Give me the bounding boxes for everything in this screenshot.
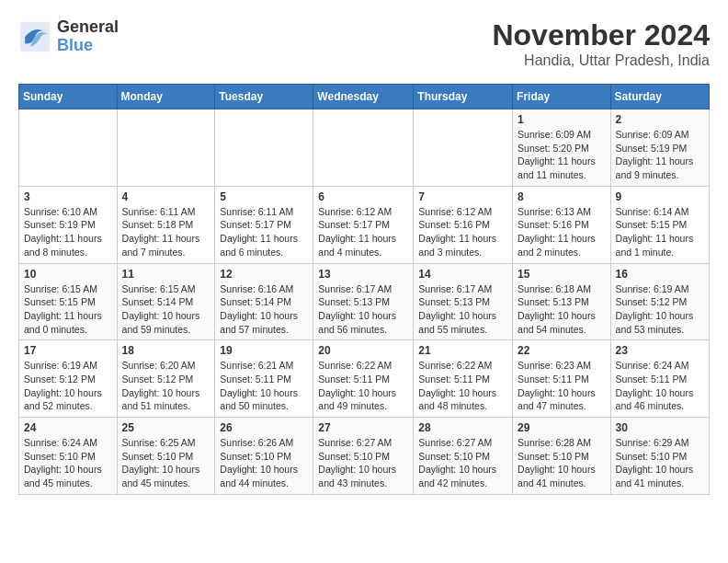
calendar-cell: 23Sunrise: 6:24 AM Sunset: 5:11 PM Dayli…	[610, 340, 709, 418]
calendar-cell: 8Sunrise: 6:13 AM Sunset: 5:16 PM Daylig…	[513, 186, 611, 263]
day-info: Sunrise: 6:29 AM Sunset: 5:10 PM Dayligh…	[616, 436, 704, 490]
day-info: Sunrise: 6:23 AM Sunset: 5:11 PM Dayligh…	[518, 359, 606, 413]
calendar-cell: 20Sunrise: 6:22 AM Sunset: 5:11 PM Dayli…	[313, 340, 414, 418]
calendar-cell: 21Sunrise: 6:22 AM Sunset: 5:11 PM Dayli…	[414, 340, 513, 418]
day-info: Sunrise: 6:12 AM Sunset: 5:17 PM Dayligh…	[318, 205, 408, 259]
day-number: 12	[220, 268, 308, 281]
calendar-table: SundayMondayTuesdayWednesdayThursdayFrid…	[18, 84, 710, 495]
day-info: Sunrise: 6:27 AM Sunset: 5:10 PM Dayligh…	[418, 436, 507, 490]
calendar-cell: 10Sunrise: 6:15 AM Sunset: 5:15 PM Dayli…	[19, 263, 118, 340]
day-of-week-header: Friday	[513, 85, 611, 109]
day-info: Sunrise: 6:15 AM Sunset: 5:14 PM Dayligh…	[122, 282, 210, 337]
day-number: 6	[318, 190, 408, 203]
calendar-cell: 27Sunrise: 6:27 AM Sunset: 5:10 PM Dayli…	[313, 418, 414, 495]
day-number: 24	[24, 421, 112, 434]
day-number: 16	[616, 268, 704, 281]
day-number: 18	[122, 344, 210, 357]
day-number: 15	[518, 268, 606, 281]
calendar-header-row: SundayMondayTuesdayWednesdayThursdayFrid…	[19, 85, 710, 109]
day-number: 11	[122, 268, 210, 281]
calendar-subtitle: Handia, Uttar Pradesh, India	[492, 52, 710, 69]
day-info: Sunrise: 6:17 AM Sunset: 5:13 PM Dayligh…	[418, 282, 507, 337]
calendar-cell: 30Sunrise: 6:29 AM Sunset: 5:10 PM Dayli…	[610, 418, 709, 495]
day-number: 2	[616, 113, 704, 126]
calendar-cell	[414, 109, 513, 187]
day-info: Sunrise: 6:15 AM Sunset: 5:15 PM Dayligh…	[24, 282, 112, 337]
day-info: Sunrise: 6:25 AM Sunset: 5:10 PM Dayligh…	[122, 436, 210, 490]
day-number: 17	[24, 344, 112, 357]
day-number: 19	[220, 344, 308, 357]
logo: General Blue	[18, 18, 119, 55]
day-of-week-header: Tuesday	[215, 85, 313, 109]
day-info: Sunrise: 6:13 AM Sunset: 5:16 PM Dayligh…	[518, 205, 606, 259]
day-info: Sunrise: 6:10 AM Sunset: 5:19 PM Dayligh…	[24, 205, 112, 259]
calendar-week-row: 3Sunrise: 6:10 AM Sunset: 5:19 PM Daylig…	[19, 186, 710, 263]
day-info: Sunrise: 6:22 AM Sunset: 5:11 PM Dayligh…	[418, 359, 507, 413]
day-info: Sunrise: 6:14 AM Sunset: 5:15 PM Dayligh…	[616, 205, 704, 259]
day-number: 29	[518, 421, 606, 434]
day-number: 28	[418, 421, 507, 434]
calendar-cell: 16Sunrise: 6:19 AM Sunset: 5:12 PM Dayli…	[610, 263, 709, 340]
day-number: 8	[518, 190, 606, 203]
day-info: Sunrise: 6:21 AM Sunset: 5:11 PM Dayligh…	[220, 359, 308, 413]
day-info: Sunrise: 6:26 AM Sunset: 5:10 PM Dayligh…	[220, 436, 308, 490]
day-number: 10	[24, 268, 112, 281]
day-number: 27	[318, 421, 408, 434]
day-info: Sunrise: 6:18 AM Sunset: 5:13 PM Dayligh…	[518, 282, 606, 337]
calendar-cell: 3Sunrise: 6:10 AM Sunset: 5:19 PM Daylig…	[19, 186, 118, 263]
day-info: Sunrise: 6:17 AM Sunset: 5:13 PM Dayligh…	[318, 282, 408, 337]
calendar-cell: 15Sunrise: 6:18 AM Sunset: 5:13 PM Dayli…	[513, 263, 611, 340]
calendar-cell: 24Sunrise: 6:24 AM Sunset: 5:10 PM Dayli…	[19, 418, 118, 495]
calendar-cell: 7Sunrise: 6:12 AM Sunset: 5:16 PM Daylig…	[414, 186, 513, 263]
calendar-cell: 14Sunrise: 6:17 AM Sunset: 5:13 PM Dayli…	[414, 263, 513, 340]
day-number: 9	[616, 190, 704, 203]
day-number: 26	[220, 421, 308, 434]
logo-line2: Blue	[57, 37, 119, 55]
calendar-cell: 29Sunrise: 6:28 AM Sunset: 5:10 PM Dayli…	[513, 418, 611, 495]
day-number: 14	[418, 268, 507, 281]
calendar-cell: 22Sunrise: 6:23 AM Sunset: 5:11 PM Dayli…	[513, 340, 611, 418]
calendar-cell: 9Sunrise: 6:14 AM Sunset: 5:15 PM Daylig…	[610, 186, 709, 263]
day-number: 3	[24, 190, 112, 203]
calendar-cell: 18Sunrise: 6:20 AM Sunset: 5:12 PM Dayli…	[117, 340, 215, 418]
calendar-cell: 1Sunrise: 6:09 AM Sunset: 5:20 PM Daylig…	[513, 109, 611, 187]
day-number: 25	[122, 421, 210, 434]
day-number: 22	[518, 344, 606, 357]
day-info: Sunrise: 6:19 AM Sunset: 5:12 PM Dayligh…	[24, 359, 112, 413]
calendar-week-row: 10Sunrise: 6:15 AM Sunset: 5:15 PM Dayli…	[19, 263, 710, 340]
day-number: 20	[318, 344, 408, 357]
day-of-week-header: Thursday	[414, 85, 513, 109]
calendar-cell: 19Sunrise: 6:21 AM Sunset: 5:11 PM Dayli…	[215, 340, 313, 418]
day-info: Sunrise: 6:16 AM Sunset: 5:14 PM Dayligh…	[220, 282, 308, 337]
day-info: Sunrise: 6:09 AM Sunset: 5:19 PM Dayligh…	[616, 128, 704, 182]
logo-line1: General	[57, 18, 119, 37]
day-info: Sunrise: 6:19 AM Sunset: 5:12 PM Dayligh…	[616, 282, 704, 337]
day-info: Sunrise: 6:11 AM Sunset: 5:17 PM Dayligh…	[220, 205, 308, 259]
calendar-cell: 5Sunrise: 6:11 AM Sunset: 5:17 PM Daylig…	[215, 186, 313, 263]
calendar-cell	[313, 109, 414, 187]
day-of-week-header: Sunday	[19, 85, 118, 109]
title-block: November 2024 Handia, Uttar Pradesh, Ind…	[492, 18, 710, 69]
calendar-cell: 6Sunrise: 6:12 AM Sunset: 5:17 PM Daylig…	[313, 186, 414, 263]
day-of-week-header: Saturday	[610, 85, 709, 109]
calendar-cell: 2Sunrise: 6:09 AM Sunset: 5:19 PM Daylig…	[610, 109, 709, 187]
day-of-week-header: Wednesday	[313, 85, 414, 109]
calendar-cell	[215, 109, 313, 187]
day-info: Sunrise: 6:28 AM Sunset: 5:10 PM Dayligh…	[518, 436, 606, 490]
calendar-title: November 2024	[492, 18, 710, 52]
calendar-cell: 4Sunrise: 6:11 AM Sunset: 5:18 PM Daylig…	[117, 186, 215, 263]
day-number: 1	[518, 113, 606, 126]
calendar-cell: 17Sunrise: 6:19 AM Sunset: 5:12 PM Dayli…	[19, 340, 118, 418]
day-info: Sunrise: 6:11 AM Sunset: 5:18 PM Dayligh…	[122, 205, 210, 259]
day-info: Sunrise: 6:24 AM Sunset: 5:11 PM Dayligh…	[616, 359, 704, 413]
day-info: Sunrise: 6:27 AM Sunset: 5:10 PM Dayligh…	[318, 436, 408, 490]
calendar-cell: 13Sunrise: 6:17 AM Sunset: 5:13 PM Dayli…	[313, 263, 414, 340]
page-header: General Blue November 2024 Handia, Uttar…	[18, 18, 710, 69]
calendar-cell: 26Sunrise: 6:26 AM Sunset: 5:10 PM Dayli…	[215, 418, 313, 495]
day-number: 21	[418, 344, 507, 357]
calendar-cell: 25Sunrise: 6:25 AM Sunset: 5:10 PM Dayli…	[117, 418, 215, 495]
logo-text: General Blue	[57, 18, 119, 55]
day-number: 13	[318, 268, 408, 281]
calendar-cell: 11Sunrise: 6:15 AM Sunset: 5:14 PM Dayli…	[117, 263, 215, 340]
day-number: 7	[418, 190, 507, 203]
